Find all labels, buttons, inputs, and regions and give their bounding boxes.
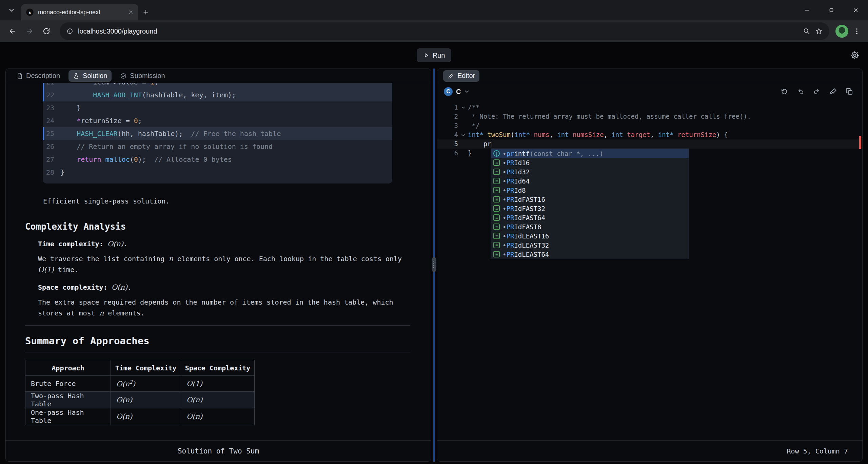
footer-title: Solution of Two Sum bbox=[178, 447, 259, 455]
macro-icon: ≡ bbox=[493, 187, 500, 193]
close-window-button[interactable] bbox=[844, 0, 868, 20]
redo-icon[interactable] bbox=[813, 88, 821, 96]
address-bar[interactable]: localhost:3000/playground bbox=[60, 22, 829, 40]
tab-favicon-icon: ▲ bbox=[26, 8, 34, 16]
suggest-item[interactable]: ≡•PRIdLEAST16 bbox=[491, 231, 689, 240]
editor-line-2: 2 * Note: The returned array must be mal… bbox=[437, 112, 862, 121]
suggest-label: •PRIdLEAST16 bbox=[502, 232, 549, 240]
suggest-label: •PRId64 bbox=[502, 177, 530, 185]
monaco-editor[interactable]: 1/**2 * Note: The returned array must be… bbox=[437, 100, 862, 440]
tab-submission-label: Submission bbox=[130, 72, 165, 80]
summary-table: ApproachTime ComplexitySpace Complexity … bbox=[25, 360, 255, 425]
macro-icon: ≡ bbox=[493, 233, 500, 239]
macro-icon: ≡ bbox=[493, 224, 500, 230]
copy-code-icon[interactable] bbox=[845, 88, 853, 96]
chevron-down-icon bbox=[464, 89, 470, 94]
table-header: Time Complexity bbox=[111, 360, 181, 376]
split-panels: Description Solution Submission 21 item-… bbox=[0, 69, 868, 462]
overview-ruler-error-marker bbox=[859, 136, 861, 149]
suggest-label: •PRId32 bbox=[502, 168, 530, 176]
suggest-item[interactable]: ≡•PRIdFAST8 bbox=[491, 222, 689, 231]
check-circle-icon bbox=[120, 73, 127, 79]
summary-table-head-row: ApproachTime ComplexitySpace Complexity bbox=[25, 360, 255, 376]
url-text: localhost:3000/playground bbox=[78, 27, 157, 35]
format-code-icon[interactable] bbox=[829, 88, 837, 96]
suggest-item[interactable]: ≡•PRIdLEAST32 bbox=[491, 240, 689, 250]
window-controls bbox=[795, 0, 868, 20]
pencil-icon bbox=[448, 73, 454, 79]
problem-panel-tabs: Description Solution Submission bbox=[6, 69, 431, 83]
suggest-label: •PRIdLEAST64 bbox=[502, 251, 549, 258]
suggest-item[interactable]: ƒ•printf(const char *, ...) bbox=[491, 149, 689, 158]
run-button[interactable]: Run bbox=[417, 49, 452, 62]
solution-code-block: 21 item->value = 1;22 HASH_ADD_INT(hashT… bbox=[43, 83, 392, 183]
c-language-icon: C bbox=[444, 87, 453, 96]
code-line-26: 26 // Return an empty array if no soluti… bbox=[43, 140, 392, 153]
suggest-label: •PRIdFAST64 bbox=[502, 214, 545, 221]
browser-tab-strip: ▲ monaco-editor-lsp-next bbox=[0, 0, 868, 20]
app-header: Run bbox=[0, 42, 868, 69]
section-divider bbox=[25, 325, 410, 326]
tab-solution-label: Solution bbox=[83, 72, 107, 80]
suggest-item[interactable]: ≡•PRId64 bbox=[491, 176, 689, 186]
macro-icon: ≡ bbox=[493, 169, 500, 175]
forward-button[interactable] bbox=[22, 24, 37, 38]
minimize-button[interactable] bbox=[795, 0, 819, 20]
fold-spacer bbox=[458, 121, 468, 130]
suggest-item[interactable]: ≡•PRId32 bbox=[491, 167, 689, 176]
browser-toolbar: localhost:3000/playground bbox=[0, 20, 868, 42]
playground-app: Run Description Solution Submission bbox=[0, 42, 868, 464]
tab-description-label: Description bbox=[26, 72, 60, 80]
language-label: C bbox=[456, 88, 461, 96]
macro-icon: ≡ bbox=[493, 159, 500, 166]
tab-search-button[interactable] bbox=[5, 3, 18, 17]
suggest-item[interactable]: ≡•PRIdFAST16 bbox=[491, 195, 689, 204]
fold-chevron-icon[interactable] bbox=[458, 103, 468, 112]
table-row: Brute ForceO(n2)O(1) bbox=[25, 376, 255, 392]
reload-button[interactable] bbox=[39, 24, 54, 38]
maximize-button[interactable] bbox=[819, 0, 844, 20]
suggest-item[interactable]: ≡•PRId16 bbox=[491, 158, 689, 167]
document-icon bbox=[16, 73, 23, 79]
summary-heading: Summary of Approaches bbox=[25, 335, 410, 352]
tab-title: monaco-editor-lsp-next bbox=[38, 9, 124, 16]
play-icon bbox=[423, 52, 429, 58]
bookmark-star-icon[interactable] bbox=[815, 27, 823, 35]
reset-code-icon[interactable] bbox=[780, 88, 788, 96]
back-button[interactable] bbox=[5, 24, 20, 38]
zoom-icon[interactable] bbox=[803, 27, 810, 35]
autocomplete-widget: ƒ•printf(const char *, ...)≡•PRId16≡•PRI… bbox=[491, 149, 689, 259]
flask-icon bbox=[73, 73, 80, 79]
tab-solution[interactable]: Solution bbox=[68, 70, 112, 82]
text-cursor bbox=[492, 141, 492, 148]
new-tab-button[interactable] bbox=[142, 9, 149, 16]
settings-gear-icon[interactable] bbox=[850, 51, 859, 60]
code-line-21: 21 item->value = 1; bbox=[43, 83, 392, 89]
suggest-item[interactable]: ≡•PRIdFAST32 bbox=[491, 204, 689, 213]
resizer-grip[interactable] bbox=[432, 257, 436, 272]
tab-submission[interactable]: Submission bbox=[116, 70, 169, 82]
table-cell: O(n) bbox=[111, 392, 181, 408]
solution-content[interactable]: 21 item->value = 1;22 HASH_ADD_INT(hashT… bbox=[6, 83, 431, 440]
browser-menu-icon[interactable] bbox=[853, 27, 861, 35]
suggest-label: •PRIdFAST32 bbox=[502, 205, 545, 212]
code-line-25: 25 HASH_CLEAR(hh, hashTable); // Free th… bbox=[43, 127, 392, 140]
fold-chevron-icon[interactable] bbox=[458, 130, 468, 139]
site-info-icon[interactable] bbox=[66, 28, 73, 35]
panel-resizer[interactable] bbox=[431, 69, 437, 462]
undo-icon[interactable] bbox=[796, 88, 805, 96]
suggest-item[interactable]: ≡•PRIdLEAST64 bbox=[491, 250, 689, 259]
time-complexity-paragraph: We traverse the list containing n elemen… bbox=[38, 253, 417, 275]
editor-toolbar: C C bbox=[437, 83, 862, 100]
browser-tab[interactable]: ▲ monaco-editor-lsp-next bbox=[21, 4, 138, 20]
suggest-item[interactable]: ≡•PRIdFAST64 bbox=[491, 213, 689, 222]
function-icon: ƒ bbox=[493, 150, 500, 157]
tab-editor[interactable]: Editor bbox=[443, 70, 479, 82]
profile-avatar[interactable] bbox=[835, 25, 848, 38]
table-cell: Two-pass Hash Table bbox=[25, 392, 111, 408]
suggest-label: •PRIdFAST8 bbox=[502, 223, 541, 231]
tab-close-icon[interactable] bbox=[128, 9, 134, 15]
suggest-item[interactable]: ≡•PRId8 bbox=[491, 186, 689, 195]
tab-description[interactable]: Description bbox=[12, 70, 64, 82]
language-selector[interactable]: C C bbox=[444, 87, 470, 96]
